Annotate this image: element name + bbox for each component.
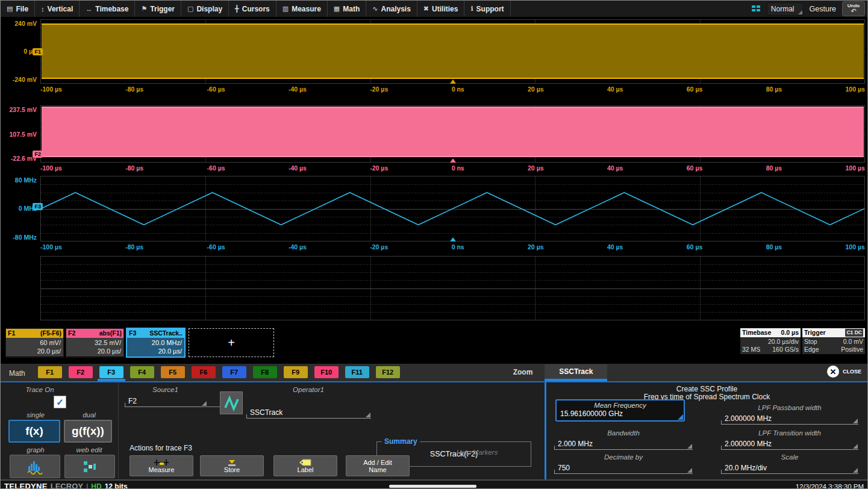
zero-level-badge-f2[interactable]: F2 (33, 151, 43, 158)
tab-f3[interactable]: F3 (99, 366, 123, 378)
field-value-bandwidth[interactable]: 2.000 MHz (554, 438, 693, 450)
y-axis-label: 240 mV (14, 20, 37, 27)
x-axis-label: 100 µs (846, 243, 865, 251)
undo-button[interactable]: Undo ↶ (842, 1, 865, 16)
tab-f4-wrap: F4 (128, 366, 156, 381)
trigger-title: Trigger (804, 329, 826, 337)
menu-item-timebase[interactable]: ↔Timebase (80, 1, 135, 17)
grid-gutter-f3: 80 MHz0 MHz-80 MHzF3 (1, 176, 40, 241)
timebase-summary-box[interactable]: Timebase 0.0 µs 20.0 µs/div 32 MS 160 GS… (740, 328, 801, 354)
plot-empty[interactable] (40, 256, 865, 320)
descriptor-vscale: 20.0 MHz/ (128, 338, 182, 347)
menu-item-label: Timebase (95, 5, 128, 13)
ssc-profile-panel: Create SSC Profile Freq vs time of Sprea… (546, 382, 867, 479)
source1-dropdown[interactable]: F2 (125, 396, 207, 407)
vertical-arrows-icon: ↕ (41, 5, 45, 13)
tab-f9[interactable]: F9 (284, 366, 308, 378)
math-dialog-middle-panel: Source1 F2 Operator1 SSCTrack Summary SS… (119, 382, 545, 479)
menu-item-label: Support (476, 5, 504, 13)
gesture-label[interactable]: Gesture (810, 5, 836, 13)
trigger-position-marker (450, 158, 456, 163)
tab-f5[interactable]: F5 (161, 366, 185, 378)
tab-ssctrack-underline (545, 379, 607, 381)
descriptor-body: 60 mV/20.0 µs/ (6, 338, 63, 357)
tab-f1[interactable]: F1 (38, 366, 62, 378)
menu-item-display[interactable]: ▢Display (181, 1, 229, 17)
menu-item-file[interactable]: ▤File (1, 1, 35, 17)
operator-icon-button[interactable] (220, 391, 243, 414)
y-axis-label: 80 MHz (15, 176, 37, 184)
add-edit-name-button[interactable]: Add / Edit Name (346, 455, 410, 476)
descriptor-body: 32.5 mV/20.0 µs/ (66, 338, 123, 357)
tab-ssctrack[interactable]: SSCTrack (545, 364, 607, 381)
tab-f6[interactable]: F6 (192, 366, 216, 378)
operator1-dropdown[interactable]: SSCTrack (246, 407, 371, 419)
tab-f8[interactable]: F8 (253, 366, 277, 378)
single-fx-button[interactable]: f(x) (8, 420, 60, 443)
descriptor-vscale: 60 mV/ (7, 338, 61, 347)
menu-item-analysis[interactable]: ∿Analysis (366, 1, 417, 17)
graph-label: graph (10, 446, 61, 453)
field-value-lpf-passband-width[interactable]: 2.000000 MHz (721, 413, 858, 425)
timebase-rate: 160 GS/s (772, 346, 799, 354)
field-mean-frequency[interactable]: Mean Frequency15.961600000 GHz (555, 399, 685, 422)
plot-f1[interactable] (40, 19, 865, 84)
plot-f3[interactable] (40, 176, 865, 241)
field-value-scale[interactable]: 20.0 MHz/div (721, 463, 858, 474)
trigger-summary-box[interactable]: Trigger C1 DC Stop 0.0 mV Edge Positive (802, 328, 865, 354)
grid-gutter-f2: 237.5 mV107.5 mV-22.6 mVF2 (1, 105, 40, 163)
descriptor-hscale: 20.0 µs/ (67, 347, 121, 355)
x-axis-label: -100 µs (40, 86, 62, 93)
menu-item-trigger[interactable]: ⚑Trigger (135, 1, 181, 17)
tab-zoom[interactable]: Zoom (501, 368, 545, 381)
tab-ssctrack-label: SSCTrack (545, 364, 607, 379)
summary-label: Summary (382, 437, 420, 446)
tab-f2[interactable]: F2 (69, 366, 93, 378)
y-axis-label: -80 MHz (13, 234, 37, 241)
dual-gfx-button[interactable]: g(f(x)) (64, 420, 112, 443)
menu-item-support[interactable]: ℹSupport (464, 1, 510, 17)
zero-level-badge-f1[interactable]: F1 (33, 48, 43, 55)
field-scale: Scale20.0 MHz/div (721, 453, 858, 474)
tab-f11[interactable]: F11 (345, 366, 369, 378)
menu-item-math[interactable]: ▦Math (328, 1, 366, 17)
display-grid-mode-icon[interactable] (752, 5, 761, 13)
waveform-display-area: 240 mV0 µV-240 mVF1-100 µs-80 µs-60 µs-4… (1, 17, 867, 320)
menu-item-vertical[interactable]: ↕Vertical (35, 1, 80, 17)
x-axis-f2: -100 µs-80 µs-60 µs-40 µs-20 µs0 ns20 µs… (40, 163, 865, 173)
tab-underline (36, 379, 64, 381)
taskbar-handle[interactable] (389, 485, 476, 488)
plot-f2[interactable] (40, 105, 865, 163)
trace-descriptor-f2[interactable]: F2abs(F1)32.5 mV/20.0 µs/ (66, 328, 124, 358)
store-button[interactable]: Store (200, 455, 264, 476)
trace-descriptor-f1[interactable]: F1(F5-F6)60 mV/20.0 µs/ (5, 328, 64, 358)
close-dialog-button[interactable]: ✕ CLOSE (827, 366, 867, 381)
tab-f7-wrap: F7 (220, 366, 248, 381)
graph-mode-button[interactable] (10, 455, 60, 478)
tab-f4[interactable]: F4 (130, 366, 154, 378)
menu-item-cursors[interactable]: ╋Cursors (229, 1, 276, 17)
menu-item-label: Trigger (150, 5, 175, 13)
x-axis-label: 20 µs (528, 243, 544, 251)
tab-f10[interactable]: F10 (314, 366, 339, 378)
zero-level-badge-f3[interactable]: F3 (33, 203, 43, 210)
label-button[interactable]: Label (273, 455, 337, 476)
trace-descriptor-f3[interactable]: F3SSCTrack..20.0 MHz/20.0 µs/ (126, 328, 186, 358)
tab-f7[interactable]: F7 (222, 366, 246, 378)
descriptor-vscale: 32.5 mV/ (67, 338, 121, 347)
tab-f12[interactable]: F12 (376, 366, 400, 378)
close-label: CLOSE (843, 369, 861, 375)
menu-item-utilities[interactable]: ✖Utilities (417, 1, 465, 17)
trace-on-checkbox[interactable]: ✓ (54, 396, 66, 408)
grid-mode-dropdown[interactable]: Normal (767, 2, 804, 16)
field-value-lpf-transition-width[interactable]: 2.000000 MHz (721, 438, 858, 450)
grid-centerline (41, 288, 864, 289)
x-axis-label: 60 µs (687, 243, 703, 251)
web-edit-button[interactable] (64, 455, 115, 478)
tab-underline (343, 379, 371, 381)
field-value-decimate-by[interactable]: 750 (554, 463, 693, 474)
menu-item-measure[interactable]: ▥Measure (276, 1, 328, 17)
x-axis-label: -20 µs (370, 86, 388, 93)
add-trace-button[interactable]: + (189, 328, 274, 357)
measure-button[interactable]: Measure (130, 455, 193, 476)
